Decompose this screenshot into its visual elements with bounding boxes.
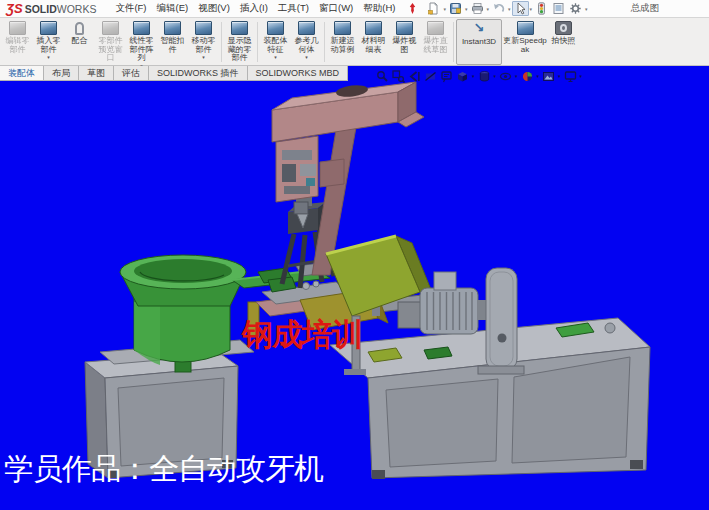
dropdown-arrow-icon[interactable]: ▾ xyxy=(558,70,561,83)
section-view-icon[interactable] xyxy=(424,70,437,83)
reference-geometry-icon xyxy=(298,21,315,35)
command-manager-tabs: 装配体 布局 草图 评估 SOLIDWORKS 插件 SOLIDWORKS MB… xyxy=(0,66,348,81)
ribbon-button-label: Instant3D xyxy=(462,38,496,47)
dropdown-arrow-icon[interactable]: ▾ xyxy=(494,70,497,83)
tab-layout[interactable]: 布局 xyxy=(43,66,79,81)
view-settings-icon[interactable] xyxy=(564,70,577,83)
tab-sketch[interactable]: 草图 xyxy=(78,66,114,81)
title-bar: ƷS SOLID WORKS 文件(F) 编辑(E) 视图(V) 插入(I) 工… xyxy=(0,0,709,18)
save-icon[interactable] xyxy=(447,1,464,16)
menu-item-label: 文件(F) xyxy=(115,2,146,13)
linear-component-pattern-button[interactable]: 线性零部件阵列 ▾ xyxy=(126,19,157,65)
ribbon-button-label: 材料明细表 xyxy=(358,37,389,54)
annotation-views-icon[interactable] xyxy=(440,70,453,83)
dropdown-arrow-icon[interactable]: ▾ xyxy=(508,6,511,12)
display-style-icon[interactable] xyxy=(478,70,491,83)
snapshot-camera-icon xyxy=(555,21,572,35)
instant3d-button[interactable]: Instant3D ▾ xyxy=(456,19,502,65)
edit-appearance-icon[interactable] xyxy=(521,70,534,83)
tab-solidworks-addins[interactable]: SOLIDWORKS 插件 xyxy=(148,66,248,81)
exploded-view-button[interactable]: 爆炸视图 ▾ xyxy=(389,19,420,65)
select-cursor-icon[interactable] xyxy=(512,1,529,16)
view-orientation-cube-icon[interactable] xyxy=(456,70,469,83)
ribbon-button-label: 配合 xyxy=(72,37,88,46)
update-speedpak-button[interactable]: 更新Speedpak ▾ xyxy=(502,19,548,65)
solidworks-logo-mark-icon: ƷS xyxy=(6,1,23,16)
ribbon-button-label: 参考几何体 xyxy=(291,37,322,54)
tab-label: 布局 xyxy=(52,67,70,80)
show-hidden-components-button[interactable]: 显示隐藏的零部件 ▾ xyxy=(224,19,255,65)
new-document-icon[interactable] xyxy=(425,1,442,16)
edit-component-icon xyxy=(9,21,26,35)
tab-assembly[interactable]: 装配体 xyxy=(0,66,44,81)
caption-text: 学员作品：全自动攻牙机 xyxy=(4,449,323,490)
menu-view[interactable]: 视图(V) xyxy=(193,0,235,17)
explode-line-sketch-button[interactable]: 爆炸直线草图 ▾ xyxy=(420,19,451,65)
apply-scene-icon[interactable] xyxy=(542,70,555,83)
ribbon-button-label: 拍快照 xyxy=(552,37,576,46)
menu-file[interactable]: 文件(F) xyxy=(110,0,151,17)
assembly-features-button[interactable]: 装配体特征 ▾ xyxy=(260,19,291,65)
ribbon-button-label: 线性零部件阵列 xyxy=(126,37,157,63)
graphics-area[interactable]: 装配体 布局 草图 评估 SOLIDWORKS 插件 SOLIDWORKS MB… xyxy=(0,66,709,510)
instant3d-icon xyxy=(471,22,488,36)
undo-icon[interactable] xyxy=(490,1,507,16)
dropdown-arrow-icon[interactable]: ▾ xyxy=(537,70,540,83)
mate-button[interactable]: 配合 ▾ xyxy=(64,19,95,65)
reference-geometry-button[interactable]: 参考几何体 ▾ xyxy=(291,19,322,65)
rebuild-traffic-light-icon[interactable] xyxy=(533,1,550,16)
bowl-feeder xyxy=(100,255,254,372)
bill-of-materials-button[interactable]: 材料明细表 ▾ xyxy=(358,19,389,65)
ribbon-separator xyxy=(453,22,454,62)
menu-tools[interactable]: 工具(T) xyxy=(273,0,314,17)
menu-insert[interactable]: 插入(I) xyxy=(235,0,273,17)
ribbon-button-label: 新建运动算例 xyxy=(327,37,358,54)
edit-component-button[interactable]: 编辑零部件 ▾ xyxy=(2,19,33,65)
component-preview-icon xyxy=(102,21,119,35)
dropdown-arrow-icon: ▾ xyxy=(47,55,50,60)
dropdown-arrow-icon[interactable]: ▾ xyxy=(585,6,588,12)
menu-item-label: 插入(I) xyxy=(240,2,268,13)
tab-evaluate[interactable]: 评估 xyxy=(113,66,149,81)
print-icon[interactable] xyxy=(469,1,486,16)
ribbon-button-label: 装配体特征 xyxy=(260,37,291,54)
ribbon-button-label: 插入零部件 xyxy=(33,37,64,54)
dropdown-arrow-icon[interactable]: ▾ xyxy=(443,6,446,12)
previous-view-icon[interactable] xyxy=(408,70,421,83)
menu-window[interactable]: 窗口(W) xyxy=(314,0,358,17)
dropdown-arrow-icon[interactable]: ▾ xyxy=(472,70,475,83)
menu-edit[interactable]: 编辑(E) xyxy=(152,0,194,17)
dropdown-arrow-icon[interactable]: ▾ xyxy=(580,70,583,83)
document-title: 总成图 xyxy=(631,2,660,15)
insert-components-button[interactable]: 插入零部件 ▾ xyxy=(33,19,64,65)
pin-toolbar-icon[interactable] xyxy=(407,2,418,15)
new-motion-study-button[interactable]: 新建运动算例 ▾ xyxy=(327,19,358,65)
file-properties-icon[interactable] xyxy=(550,1,567,16)
dropdown-arrow-icon[interactable]: ▾ xyxy=(515,70,518,83)
component-preview-window-button[interactable]: 零部件预览窗口 ▾ xyxy=(95,19,126,65)
zoom-to-fit-icon[interactable] xyxy=(376,70,389,83)
hide-show-items-icon[interactable] xyxy=(499,70,512,83)
options-gear-icon[interactable] xyxy=(567,1,584,16)
tab-solidworks-mbd[interactable]: SOLIDWORKS MBD xyxy=(247,66,349,81)
dropdown-arrow-icon[interactable]: ▾ xyxy=(530,6,533,12)
solidworks-logo-text: SOLID xyxy=(25,3,57,15)
dropdown-arrow-icon: ▾ xyxy=(202,55,205,60)
move-component-button[interactable]: 移动零部件 ▾ xyxy=(188,19,219,65)
ribbon-button-label: 显示隐藏的零部件 xyxy=(224,37,255,63)
smart-fasteners-button[interactable]: 智能扣件 ▾ xyxy=(157,19,188,65)
solidworks-logo-text-light: WORKS xyxy=(57,3,97,15)
dropdown-arrow-icon: ▾ xyxy=(274,55,277,60)
menu-bar: 文件(F) 编辑(E) 视图(V) 插入(I) 工具(T) 窗口(W) 帮助 xyxy=(110,0,400,17)
zoom-to-area-icon[interactable] xyxy=(392,70,405,83)
watermark-text: 钢成培训 xyxy=(242,314,362,356)
dropdown-arrow-icon[interactable]: ▾ xyxy=(487,6,490,12)
ribbon-button-label: 移动零部件 xyxy=(188,37,219,54)
tab-label: 草图 xyxy=(87,67,105,80)
ribbon-button-label: 爆炸视图 xyxy=(389,37,420,54)
explode-line-sketch-icon xyxy=(427,21,444,35)
menu-help[interactable]: 帮助(H) xyxy=(358,0,400,17)
dropdown-arrow-icon[interactable]: ▾ xyxy=(465,6,468,12)
take-snapshot-button[interactable]: 拍快照 ▾ xyxy=(548,19,579,65)
tab-label: 评估 xyxy=(122,67,140,80)
